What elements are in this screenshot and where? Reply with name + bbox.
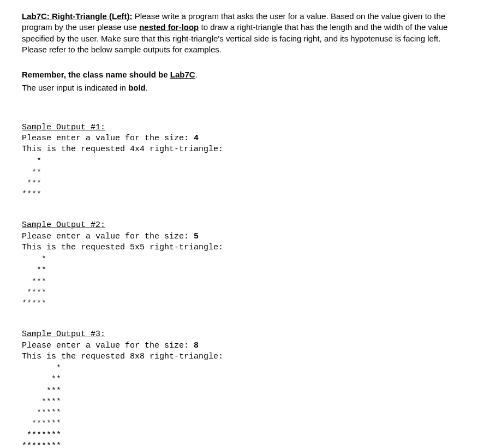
triangle-row: * [22,156,456,167]
note-2-before: The user input is indicated in [22,83,128,92]
triangle-row: *** [22,277,456,288]
sample-result-line: This is the requested 8x8 right-triangle… [22,351,456,362]
triangle-row: ****** [22,419,456,429]
note-classname: Lab7C [170,70,195,79]
triangle-row: ***** [22,408,456,419]
triangle-row: *** [22,178,456,189]
sample-output-2: Sample Output #2:Please enter a value fo… [22,220,456,309]
note-1-before: Remember, the class name should be [22,70,170,79]
triangle-row: ***** [22,298,456,309]
sample-result-line: This is the requested 5x5 right-triangle… [22,242,456,253]
note-line-2: The user input is indicated in bold. [22,82,456,93]
sample-header: Sample Output #3: [22,329,456,340]
sample-header: Sample Output #2: [22,220,456,231]
triangle-row: **** [22,397,456,408]
sample-prompt-line: Please enter a value for the size: 4 [22,133,456,144]
sample-triangle: * ** *** **** ***** ****** *************… [22,363,456,448]
triangle-row: **** [22,288,456,298]
note-line-1: Remember, the class name should be Lab7C… [22,69,456,80]
sample-prompt-line: Please enter a value for the size: 8 [22,341,456,351]
triangle-row: ******* [22,430,456,441]
intro-keyword: nested for-loop [139,22,199,32]
sample-output-3: Sample Output #3:Please enter a value fo… [22,329,456,448]
triangle-row: ******** [22,441,456,448]
triangle-row: ** [22,265,456,276]
sample-user-input: 5 [194,232,199,241]
sample-prompt-text: Please enter a value for the size: [22,232,194,241]
triangle-row: *** [22,386,456,397]
sample-prompt-line: Please enter a value for the size: 5 [22,231,456,242]
triangle-row: **** [22,189,456,200]
sample-user-input: 8 [194,341,199,350]
samples-container: Sample Output #1:Please enter a value fo… [22,122,456,449]
triangle-row: * [22,254,456,265]
sample-prompt-text: Please enter a value for the size: [22,134,194,143]
sample-output-1: Sample Output #1:Please enter a value fo… [22,122,456,201]
triangle-row: ** [22,168,456,178]
note-1-after: . [195,70,198,79]
triangle-row: * [22,363,456,374]
sample-triangle: * ** ******* [22,156,456,200]
triangle-row: ** [22,374,456,385]
note-2-bold: bold [128,83,146,92]
sample-header: Sample Output #1: [22,122,456,133]
sample-triangle: * ** *** ********* [22,254,456,309]
lab-title: Lab7C: Right-Triangle (Left): [22,11,133,21]
sample-user-input: 4 [194,134,199,143]
note-2-after: . [146,83,148,92]
intro-paragraph: Lab7C: Right-Triangle (Left): Please wri… [22,11,456,55]
sample-result-line: This is the requested 4x4 right-triangle… [22,144,456,155]
sample-prompt-text: Please enter a value for the size: [22,341,194,350]
